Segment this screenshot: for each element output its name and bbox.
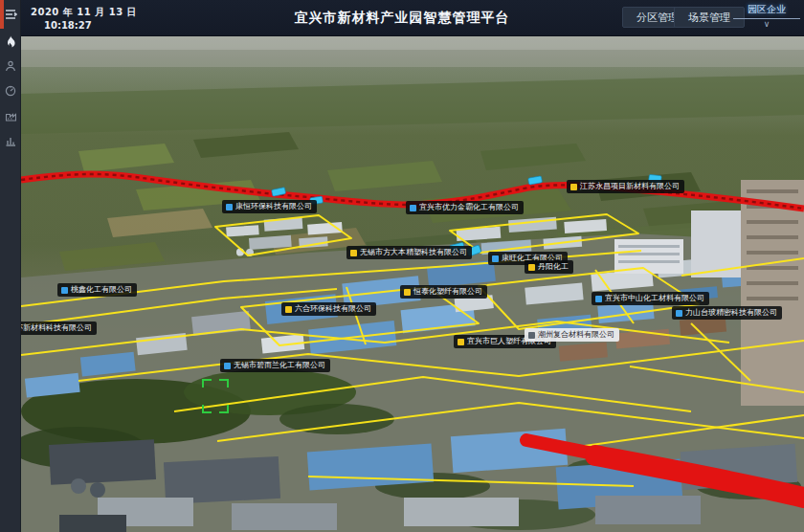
horizon-haze2	[21, 48, 804, 67]
horizon-haze	[21, 36, 804, 50]
company-blue-icon	[492, 255, 499, 262]
company-label-text: 无锡市碧而兰化工有限公司	[234, 362, 325, 369]
company-yellow-icon	[570, 184, 577, 190]
company-yellow-icon	[285, 306, 292, 313]
fire-icon[interactable]	[0, 31, 21, 52]
company-yellow-icon	[350, 250, 357, 256]
company-label-text: 江苏永昌项目新材料有限公司	[580, 183, 680, 190]
company-blue-icon	[595, 296, 602, 302]
company-label[interactable]: 潮州复合材料有限公司	[525, 328, 619, 342]
terrain-layer	[21, 36, 804, 532]
company-label-text: 宜兴市中山化工材料有限公司	[605, 295, 704, 302]
company-label[interactable]: 宜兴市鹏环新材料科技有限公司	[21, 321, 97, 335]
company-label[interactable]: 无锡市方大本精塑科技有限公司	[346, 246, 472, 259]
company-label-text: 力山台玻精密科技有限公司	[685, 309, 777, 317]
company-yellow-icon	[404, 289, 411, 296]
company-blue-icon	[224, 363, 231, 369]
factory-icon[interactable]	[0, 105, 21, 126]
company-blue-icon	[226, 204, 233, 211]
menu-icon[interactable]	[0, 4, 21, 25]
company-label[interactable]: 无锡市碧而兰化工有限公司	[220, 359, 330, 372]
company-label[interactable]: 宜兴市优力金霸化工有限公司	[406, 201, 524, 214]
company-label-text: 宜兴市优力金霸化工有限公司	[419, 204, 519, 211]
company-label[interactable]: 江苏永昌项目新材料有限公司	[567, 180, 684, 193]
company-blue-icon	[676, 310, 682, 317]
map-canvas-3d[interactable]: 康恒环保科技有限公司 宜兴市优力金霸化工有限公司 江苏永昌项目新材料有限公司 无…	[21, 36, 804, 532]
company-label-text: 无锡市方大本精塑科技有限公司	[360, 249, 467, 256]
company-white-icon	[528, 332, 535, 339]
company-label[interactable]: 力山台玻精密科技有限公司	[672, 306, 782, 320]
park-enterprise-dropdown[interactable]: 园区企业 ∨	[733, 3, 800, 32]
company-label-text: 桃鑫化工有限公司	[71, 286, 132, 294]
company-label-text: 潮州复合材料有限公司	[538, 331, 614, 339]
company-label[interactable]: 宜兴市中山化工材料有限公司	[592, 292, 709, 305]
chevron-down-icon: ∨	[733, 19, 800, 29]
company-label-text: 丹阳化工	[538, 263, 569, 271]
dropdown-label: 园区企业	[733, 3, 800, 19]
company-yellow-icon	[458, 339, 464, 345]
user-icon[interactable]	[0, 55, 21, 77]
gauge-icon[interactable]	[0, 80, 21, 101]
company-blue-icon	[410, 205, 416, 211]
company-label-text: 恒泰化塑纤有限公司	[413, 288, 482, 296]
company-label[interactable]: 丹阳化工	[525, 260, 573, 274]
company-label-text: 康恒环保科技有限公司	[235, 203, 312, 211]
company-blue-icon	[61, 287, 68, 294]
company-label[interactable]: 康恒环保科技有限公司	[222, 200, 317, 213]
company-label[interactable]: 六合环保科技有限公司	[281, 302, 376, 316]
top-bar: 2020 年 11 月 13 日 10:18:27 宜兴市新材料产业园智慧管理平…	[0, 0, 804, 36]
company-label[interactable]: 恒泰化塑纤有限公司	[400, 285, 487, 299]
bar-chart-icon[interactable]	[0, 130, 21, 151]
left-toolbar	[0, 0, 21, 532]
company-label[interactable]: 桃鑫化工有限公司	[57, 283, 137, 297]
company-label-text: 宜兴市鹏环新材料科技有限公司	[21, 324, 92, 332]
company-label-text: 六合环保科技有限公司	[295, 305, 371, 313]
company-yellow-icon	[528, 264, 535, 271]
smart-park-platform: 2020 年 11 月 13 日 10:18:27 宜兴市新材料产业园智慧管理平…	[0, 0, 804, 532]
